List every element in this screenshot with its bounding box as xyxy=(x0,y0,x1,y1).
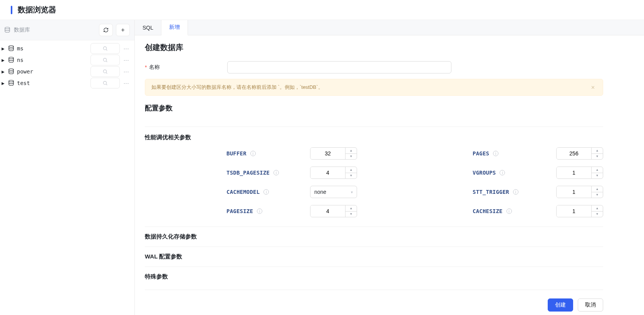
refresh-button[interactable] xyxy=(99,24,113,36)
tree-more-icon[interactable]: ··· xyxy=(122,68,131,75)
param-label: TSDB_PAGESIZE xyxy=(226,170,270,176)
create-button[interactable]: 创建 xyxy=(548,298,573,312)
database-icon xyxy=(8,45,15,52)
name-input[interactable] xyxy=(227,61,451,73)
chevron-down-icon: ▾ xyxy=(351,190,353,194)
header-accent-bar xyxy=(11,6,12,14)
param-row-tsdb_pagesize: TSDB_PAGESIZEi▲▼ xyxy=(226,167,357,179)
info-icon[interactable]: i xyxy=(493,151,498,156)
step-up-icon[interactable]: ▲ xyxy=(345,167,357,173)
main-panel: SQL新增 创建数据库 * 名称 如果要创建区分大小写的 xyxy=(135,20,644,315)
tab-sql[interactable]: SQL xyxy=(135,20,161,35)
stt_trigger-stepper: ▲▼ xyxy=(556,186,603,198)
database-tree-item[interactable]: ▶ns··· xyxy=(1,54,131,66)
tsdb_pagesize-input[interactable] xyxy=(310,167,345,178)
database-name: ns xyxy=(17,57,88,63)
perf-section: 性能调优相关参数 BUFFERi▲▼PAGESi▲▼TSDB_PAGESIZEi… xyxy=(145,127,603,227)
config-params-title: 配置参数 xyxy=(145,103,603,113)
alert-text: 如果要创建区分大小写的数据库名称，请在名称前后添加 `。例如，`testDB`。 xyxy=(151,84,589,91)
caret-right-icon[interactable]: ▶ xyxy=(1,58,5,62)
step-up-icon[interactable]: ▲ xyxy=(345,205,357,212)
svg-point-8 xyxy=(103,81,106,84)
param-row-vgroups: VGROUPSi▲▼ xyxy=(473,167,603,179)
svg-point-4 xyxy=(103,58,106,61)
vgroups-input[interactable] xyxy=(557,167,591,178)
svg-point-5 xyxy=(9,69,13,71)
cancel-button[interactable]: 取消 xyxy=(578,298,603,312)
info-icon[interactable]: i xyxy=(506,208,512,214)
sidebar-header: 数据库 xyxy=(0,20,134,40)
database-name: test xyxy=(17,80,88,86)
step-down-icon[interactable]: ▼ xyxy=(592,192,603,198)
info-icon[interactable]: i xyxy=(257,208,262,214)
tree-search-button[interactable] xyxy=(91,43,120,54)
cachesize-stepper: ▲▼ xyxy=(556,205,603,217)
step-down-icon[interactable]: ▼ xyxy=(592,154,603,160)
sidebar: 数据库 ▶ms···▶ns···▶power···▶test··· xyxy=(0,20,135,315)
database-tree-item[interactable]: ▶test··· xyxy=(1,77,131,89)
cachesize-input[interactable] xyxy=(557,205,591,217)
tree-more-icon[interactable]: ··· xyxy=(122,45,131,52)
step-down-icon[interactable]: ▼ xyxy=(345,212,357,217)
tab-新增[interactable]: 新增 xyxy=(161,20,188,35)
info-icon[interactable]: i xyxy=(513,189,518,195)
info-icon[interactable]: i xyxy=(250,151,256,156)
step-up-icon[interactable]: ▲ xyxy=(592,148,603,154)
pagesize-input[interactable] xyxy=(310,205,345,217)
param-label: CACHEMODEL xyxy=(226,189,260,195)
step-up-icon[interactable]: ▲ xyxy=(592,186,603,192)
perf-section-title: 性能调优相关参数 xyxy=(145,134,603,141)
info-icon[interactable]: i xyxy=(500,170,505,175)
step-down-icon[interactable]: ▼ xyxy=(345,154,357,160)
param-label: PAGES xyxy=(473,150,489,157)
caret-right-icon[interactable]: ▶ xyxy=(1,81,5,85)
tsdb_pagesize-stepper: ▲▼ xyxy=(310,167,357,179)
param-label: VGROUPS xyxy=(473,170,496,176)
buffer-input[interactable] xyxy=(310,148,345,159)
step-up-icon[interactable]: ▲ xyxy=(592,205,603,212)
step-down-icon[interactable]: ▼ xyxy=(345,173,357,179)
alert-close-icon[interactable]: ✕ xyxy=(589,85,597,90)
param-row-pages: PAGESi▲▼ xyxy=(473,147,603,160)
step-up-icon[interactable]: ▲ xyxy=(345,148,357,154)
caret-right-icon[interactable]: ▶ xyxy=(1,47,5,51)
tree-search-button[interactable] xyxy=(91,78,120,88)
tree-more-icon[interactable]: ··· xyxy=(122,80,131,86)
param-label: PAGESIZE xyxy=(226,208,253,214)
tree-search-button[interactable] xyxy=(91,55,120,65)
caret-right-icon[interactable]: ▶ xyxy=(1,70,5,74)
database-icon xyxy=(8,80,15,87)
tree-more-icon[interactable]: ··· xyxy=(122,57,131,63)
database-icon xyxy=(8,57,15,63)
name-label: 名称 xyxy=(149,64,160,71)
form-title: 创建数据库 xyxy=(145,42,603,53)
add-database-button[interactable] xyxy=(116,24,130,36)
step-down-icon[interactable]: ▼ xyxy=(592,212,603,217)
database-icon xyxy=(4,27,11,33)
pages-input[interactable] xyxy=(557,148,591,159)
info-icon[interactable]: i xyxy=(263,189,269,195)
svg-point-3 xyxy=(9,57,13,59)
database-tree-item[interactable]: ▶ms··· xyxy=(1,43,131,54)
step-up-icon[interactable]: ▲ xyxy=(592,167,603,173)
step-down-icon[interactable]: ▼ xyxy=(592,173,603,179)
database-tree: ▶ms···▶ns···▶power···▶test··· xyxy=(0,40,134,91)
cachemodel-select[interactable]: none▾ xyxy=(310,186,357,198)
page-header: 数据浏览器 xyxy=(0,0,644,20)
param-label: CACHESIZE xyxy=(473,208,503,214)
vgroups-stepper: ▲▼ xyxy=(556,167,603,179)
storage-section-header[interactable]: 数据持久化存储参数 xyxy=(145,227,603,247)
param-row-cachemodel: CACHEMODELinone▾ xyxy=(226,186,357,198)
info-icon[interactable]: i xyxy=(273,170,279,175)
param-label: BUFFER xyxy=(226,150,247,157)
sidebar-title: 数据库 xyxy=(14,27,96,33)
required-star: * xyxy=(145,64,147,70)
pagesize-stepper: ▲▼ xyxy=(310,205,357,217)
name-row: * 名称 xyxy=(145,61,603,73)
wal-section-header[interactable]: WAL 配置参数 xyxy=(145,247,603,267)
special-section-header[interactable]: 特殊参数 xyxy=(145,267,603,287)
tree-search-button[interactable] xyxy=(91,66,120,77)
stt_trigger-input[interactable] xyxy=(557,186,591,198)
param-row-cachesize: CACHESIZEi▲▼ xyxy=(473,205,603,217)
database-tree-item[interactable]: ▶power··· xyxy=(1,66,131,77)
